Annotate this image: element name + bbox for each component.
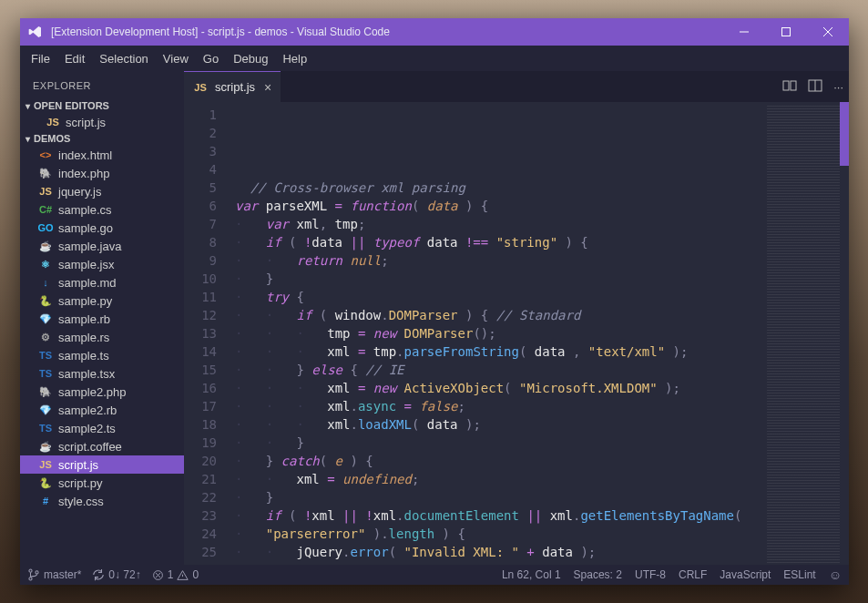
file-label: style.css [58,495,104,508]
js-icon: JS [46,115,60,129]
md-icon: ↓ [38,275,53,290]
rb-icon: 💎 [38,312,53,326]
compare-icon[interactable] [782,78,797,96]
close-icon[interactable]: × [264,80,271,95]
vscode-icon [27,24,44,40]
file-item[interactable]: C#sample.cs [20,200,184,219]
file-item[interactable]: JSscript.js [20,455,184,474]
chevron-down-icon: ▾ [26,134,30,144]
maximize-button[interactable] [765,18,807,46]
close-button[interactable] [807,18,849,46]
open-editors-list: JSscript.js [20,113,184,131]
menu-help[interactable]: Help [275,46,314,71]
file-item[interactable]: 💎sample.rb [20,310,184,328]
minimize-button[interactable] [723,18,765,46]
file-item[interactable]: GOsample.go [20,219,184,237]
language-mode[interactable]: JavaScript [720,568,771,581]
menu-view[interactable]: View [156,46,196,71]
window-title: [Extension Development Host] - script.js… [51,26,723,38]
tab-script-js[interactable]: JS script.js × [184,71,281,102]
file-item[interactable]: TSsample2.ts [20,419,184,437]
file-label: sample.rs [58,331,109,344]
ts-icon: TS [38,421,53,435]
eol[interactable]: CRLF [679,568,707,581]
menu-file[interactable]: File [24,46,57,71]
chevron-down-icon: ▾ [26,101,30,111]
file-label: sample.rb [58,312,110,326]
editor-area: JS script.js × ··· 123456789101112131415… [184,71,849,565]
file-item[interactable]: ↓sample.md [20,273,184,291]
open-editors-header[interactable]: ▾ OPEN EDITORS [20,98,184,113]
file-label: script.coffee [58,440,122,454]
file-item[interactable]: TSsample.tsx [20,364,184,383]
menubar: FileEditSelectionViewGoDebugHelp [20,46,849,71]
file-item[interactable]: ☕sample.java [20,237,184,255]
sidebar-title: EXPLORER [20,71,184,98]
problems[interactable]: 1 0 [152,568,199,581]
file-item[interactable]: 🐍sample.py [20,291,184,310]
svg-rect-5 [791,81,796,90]
code-editor[interactable]: 1234567891011121314151617181920212223242… [184,102,849,565]
file-item[interactable]: ⚛sample.jsx [20,255,184,273]
ts-icon: TS [38,366,53,381]
menu-debug[interactable]: Debug [226,46,275,71]
file-item[interactable]: TSsample.ts [20,346,184,364]
file-label: script.js [58,458,98,472]
rb-icon: 💎 [38,403,53,417]
file-item[interactable]: JSscript.js [20,113,184,131]
file-item[interactable]: ☕script.coffee [20,437,184,455]
feedback-icon[interactable]: ☺ [829,567,842,582]
line-gutter: 1234567891011121314151617181920212223242… [184,102,226,565]
encoding[interactable]: UTF-8 [635,568,666,581]
file-list: <>index.html🐘index.phpJSjquery.jsC#sampl… [20,146,184,565]
file-label: sample.go [58,221,113,235]
titlebar[interactable]: [Extension Development Host] - script.js… [20,18,849,46]
file-item[interactable]: 🐍script.py [20,474,184,492]
file-item[interactable]: <>index.html [20,146,184,164]
svg-point-10 [36,571,38,574]
tab-label: script.js [215,80,255,94]
java-icon: ☕ [38,239,53,253]
file-label: sample.py [58,294,112,308]
cs-icon: C# [38,202,53,217]
rs-icon: ⚙ [38,330,53,344]
svg-rect-4 [783,81,789,90]
menu-edit[interactable]: Edit [57,46,92,71]
ts-icon: TS [38,348,53,363]
scrollbar[interactable] [840,102,849,166]
split-editor-icon[interactable] [808,78,822,96]
code-content[interactable]: // Cross-browser xml parsingvar parseXML… [226,102,849,565]
php-icon: 🐘 [38,166,53,180]
file-label: sample.java [58,240,121,253]
file-item[interactable]: #style.css [20,492,184,510]
menu-go[interactable]: Go [196,46,226,71]
css-icon: # [38,494,53,508]
sync-status[interactable]: 0↓ 72↑ [92,568,140,581]
file-item[interactable]: ⚙sample.rs [20,328,184,346]
file-item[interactable]: 🐘index.php [20,164,184,182]
file-item[interactable]: 🐘sample2.php [20,383,184,401]
svg-point-8 [29,569,32,572]
file-label: index.php [58,167,109,180]
linter[interactable]: ESLint [783,568,815,581]
file-label: script.py [58,476,102,490]
tabbar-actions: ··· [782,71,849,102]
file-item[interactable]: 💎sample2.rb [20,401,184,419]
file-label: sample.ts [58,349,109,363]
more-icon[interactable]: ··· [833,80,843,94]
js-icon: JS [38,457,53,472]
statusbar: master* 0↓ 72↑ 1 0 Ln 62, Col 1 Spaces: … [20,565,849,585]
git-branch[interactable]: master* [27,568,81,581]
folder-header[interactable]: ▾ DEMOS [20,131,184,146]
indentation[interactable]: Spaces: 2 [574,568,622,581]
file-label: sample.jsx [58,258,114,271]
open-editors-label: OPEN EDITORS [34,100,109,111]
cursor-position[interactable]: Ln 62, Col 1 [502,568,561,581]
js-icon: JS [193,80,208,95]
file-label: jquery.js [58,185,101,199]
file-label: sample.md [58,276,117,290]
explorer-sidebar: EXPLORER ▾ OPEN EDITORS JSscript.js ▾ DE… [20,71,184,565]
menu-selection[interactable]: Selection [92,46,155,71]
file-item[interactable]: JSjquery.js [20,182,184,200]
svg-rect-1 [782,28,791,36]
